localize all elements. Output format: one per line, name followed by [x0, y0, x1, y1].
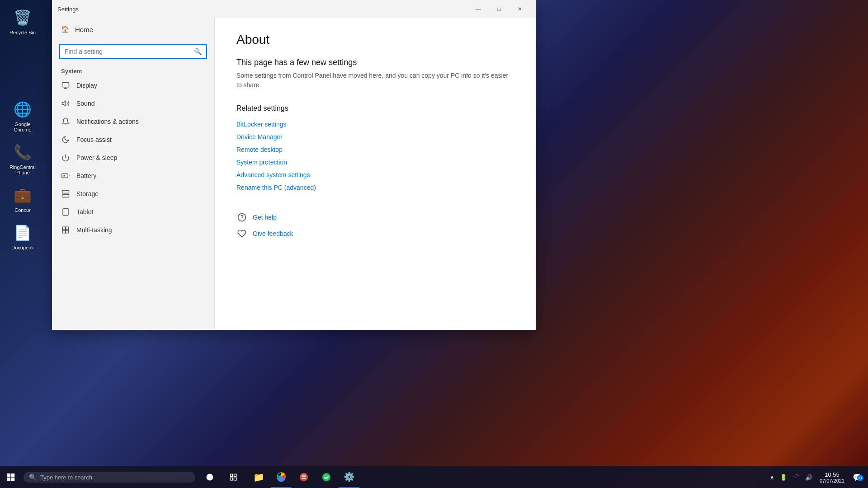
task-view-button[interactable] [199, 466, 221, 488]
storage-label: Storage [76, 190, 99, 197]
clock-time: 10:55 [820, 471, 844, 478]
power-label: Power & sleep [76, 154, 117, 161]
help-section: Get help Give feedback [236, 212, 514, 239]
find-setting-input[interactable] [65, 48, 194, 55]
display-icon [61, 81, 70, 90]
recycle-bin-label: Recycle Bin [9, 30, 36, 35]
multitasking-icon [61, 225, 70, 235]
settings-sidebar: 🏠 Home 🔍 System Display [52, 18, 215, 330]
volume-tray-icon[interactable]: 🔊 [803, 474, 814, 481]
sidebar-item-storage[interactable]: Storage [52, 185, 214, 203]
sidebar-item-battery[interactable]: Battery [52, 167, 214, 185]
taskbar-search-input[interactable] [40, 474, 190, 481]
notifications-label: Notifications & actions [76, 118, 139, 125]
maximize-button[interactable]: □ [489, 2, 509, 16]
sidebar-item-multitasking[interactable]: Multi-tasking [52, 221, 214, 239]
ringcentral-icon[interactable]: 📞 RingCentral Phone [5, 139, 41, 178]
concur-icon[interactable]: 💼 Concur [5, 182, 41, 215]
sound-icon [61, 99, 70, 108]
advanced-system-settings-link[interactable]: Advanced system settings [236, 169, 514, 181]
svg-rect-29 [302, 476, 306, 477]
clock-date: 07/07/2021 [820, 478, 844, 483]
concur-label: Concur [14, 207, 30, 213]
svg-rect-18 [66, 230, 69, 233]
docupeak-label: Docupeak [11, 245, 34, 250]
notification-badge: 21 [857, 475, 863, 481]
sidebar-home-button[interactable]: 🏠 Home [52, 18, 214, 41]
get-help-icon [236, 212, 247, 223]
sidebar-item-notifications[interactable]: Notifications & actions [52, 113, 214, 131]
related-settings-title: Related settings [236, 104, 514, 113]
sidebar-search-box[interactable]: 🔍 [59, 44, 207, 59]
svg-rect-15 [62, 227, 65, 230]
system-protection-link[interactable]: System protection [236, 156, 514, 169]
battery-icon [61, 171, 70, 180]
focus-label: Focus assist [76, 136, 112, 143]
sidebar-item-focus[interactable]: Focus assist [52, 131, 214, 149]
spotify-app[interactable] [316, 466, 337, 488]
svg-rect-10 [62, 195, 69, 197]
storage-icon [61, 189, 70, 198]
svg-rect-9 [62, 191, 69, 193]
tablet-label: Tablet [76, 208, 93, 216]
home-icon: 🏠 [61, 25, 70, 33]
widgets-button[interactable] [222, 466, 244, 488]
window-titlebar: Settings — □ ✕ [52, 0, 536, 18]
bitlocker-settings-link[interactable]: BitLocker settings [236, 118, 514, 131]
svg-rect-24 [230, 478, 232, 480]
settings-app[interactable]: ⚙️ [338, 466, 360, 488]
google-chrome-icon[interactable]: 🌐 Google Chrome [5, 96, 41, 135]
sidebar-item-sound[interactable]: Sound [52, 94, 214, 113]
sound-label: Sound [76, 100, 94, 107]
svg-rect-17 [62, 230, 65, 233]
device-manager-link[interactable]: Device Manager [236, 131, 514, 143]
show-hidden-icons-button[interactable]: ∧ [768, 474, 776, 481]
multitasking-label: Multi-tasking [76, 226, 112, 234]
recycle-bin-icon[interactable]: 🗑️ Recycle Bin [5, 5, 41, 38]
svg-rect-22 [230, 474, 232, 476]
notification-center-button[interactable]: 💬 21 [850, 473, 864, 482]
start-button[interactable] [0, 466, 22, 488]
battery-label: Battery [76, 172, 96, 179]
svg-rect-30 [302, 478, 306, 479]
ringcentral-label: RingCentral Phone [7, 164, 38, 175]
sidebar-item-power[interactable]: Power & sleep [52, 149, 214, 167]
svg-rect-23 [234, 474, 236, 476]
red-app[interactable] [293, 466, 315, 488]
desktop: 🗑️ Recycle Bin 🌐 Google Chrome 📞 RingCen… [0, 0, 868, 488]
sidebar-item-tablet[interactable]: Tablet [52, 203, 214, 221]
network-tray-icon[interactable] [791, 473, 802, 482]
info-title: This page has a few new settings [236, 58, 514, 67]
desktop-icons-col1: 🗑️ Recycle Bin 🌐 Google Chrome 📞 RingCen… [0, 0, 45, 257]
give-feedback-link[interactable]: Give feedback [253, 230, 293, 237]
power-icon [61, 153, 70, 162]
battery-tray-icon[interactable]: 🔋 [778, 474, 789, 481]
taskbar-search-icon: 🔍 [29, 474, 37, 481]
settings-content: About This page has a few new settings S… [215, 18, 536, 330]
minimize-button[interactable]: — [468, 2, 489, 16]
settings-window: Settings — □ ✕ 🏠 Home 🔍 [52, 0, 536, 330]
give-feedback-item[interactable]: Give feedback [236, 228, 514, 239]
rename-pc-link[interactable]: Rename this PC (advanced) [236, 181, 514, 194]
chrome-app[interactable] [270, 466, 292, 488]
system-clock[interactable]: 10:55 07/07/2021 [816, 471, 848, 483]
svg-marker-3 [62, 101, 66, 106]
remote-desktop-link[interactable]: Remote desktop [236, 143, 514, 156]
tablet-icon [61, 207, 70, 216]
get-help-item[interactable]: Get help [236, 212, 514, 223]
system-tray: ∧ 🔋 🔊 10:55 07/07/2021 💬 21 [768, 471, 868, 483]
svg-point-21 [207, 474, 213, 481]
get-help-link[interactable]: Get help [253, 214, 277, 221]
system-section-title: System [52, 64, 214, 76]
taskbar-search-box[interactable]: 🔍 [24, 472, 195, 483]
file-explorer-app[interactable]: 📁 [248, 466, 269, 488]
focus-icon [61, 135, 70, 144]
info-text: Some settings from Control Panel have mo… [236, 71, 514, 90]
give-feedback-icon [236, 228, 247, 239]
docupeak-icon[interactable]: 📄 Docupeak [5, 220, 41, 253]
window-controls: — □ ✕ [468, 2, 530, 16]
window-body: 🏠 Home 🔍 System Display [52, 18, 536, 330]
close-button[interactable]: ✕ [509, 2, 530, 16]
sidebar-item-display[interactable]: Display [52, 76, 214, 94]
svg-rect-16 [66, 227, 69, 230]
